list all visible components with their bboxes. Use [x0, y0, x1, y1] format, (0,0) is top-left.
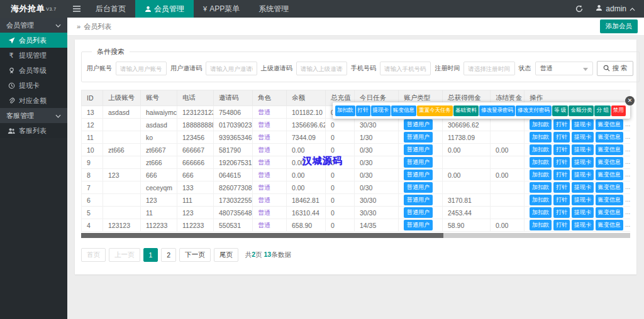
- inject-button[interactable]: 打针: [553, 132, 570, 143]
- account-change-button[interactable]: 账变信息: [596, 119, 623, 130]
- search-button[interactable]: 搜 索: [597, 61, 634, 76]
- more-actions[interactable]: ...: [625, 171, 630, 178]
- change-login-password-button[interactable]: 修改登录密码: [479, 105, 515, 116]
- account-change-button[interactable]: 账变信息: [596, 220, 623, 230]
- inject-button[interactable]: 打针: [553, 207, 570, 218]
- withdraw-card-button[interactable]: 提现卡: [572, 195, 594, 205]
- account-change-button[interactable]: 账变信息: [596, 132, 623, 143]
- withdraw-card-button[interactable]: 提现卡: [572, 157, 594, 168]
- withdraw-card-button[interactable]: 提现卡: [572, 132, 594, 143]
- reset-today-task-button[interactable]: 重置今天任务: [417, 105, 453, 116]
- add-deduct-button[interactable]: 加扣款: [530, 220, 552, 230]
- tab-home[interactable]: 后台首页: [86, 0, 135, 18]
- user-account-input[interactable]: [116, 62, 167, 75]
- inject-button[interactable]: 打针: [553, 157, 570, 168]
- inject-button[interactable]: 打针: [356, 105, 370, 116]
- level-button[interactable]: 等 级: [552, 105, 568, 116]
- account-change-button[interactable]: 账变信息: [596, 157, 623, 168]
- page-button-next[interactable]: 下一页: [179, 248, 211, 262]
- sidebar-item-withdraw-card[interactable]: 提现卡: [0, 78, 67, 93]
- sidebar-group-member-management[interactable]: 会员管理: [0, 18, 67, 33]
- basic-info-button[interactable]: 基础资料: [453, 105, 479, 116]
- page-button-page-2[interactable]: 2: [161, 248, 176, 262]
- inject-button[interactable]: 打针: [553, 144, 570, 155]
- pagination-info: 共2页 13条数据: [245, 251, 291, 259]
- menu-toggle-icon[interactable]: [67, 0, 86, 18]
- group-button[interactable]: 分 组: [594, 105, 610, 116]
- add-member-button[interactable]: 添加会员: [600, 19, 638, 33]
- account-change-button[interactable]: 账变信息: [596, 207, 623, 218]
- add-deduct-button[interactable]: 加扣款: [530, 182, 552, 193]
- account-type-button[interactable]: 普通用户: [404, 182, 433, 193]
- sidebar-item-withdraw-management[interactable]: ₹提现管理: [0, 48, 67, 63]
- withdraw-card-button[interactable]: 提现卡: [572, 220, 594, 230]
- more-actions[interactable]: ...: [625, 146, 630, 153]
- sidebar-item-member-level[interactable]: 会员等级: [0, 63, 67, 78]
- add-deduct-button[interactable]: 加扣款: [530, 144, 552, 155]
- sidebar-item-customer-service-list[interactable]: 客服列表: [0, 123, 67, 138]
- more-actions[interactable]: ...: [625, 158, 630, 165]
- account-type-button[interactable]: 普通用户: [404, 170, 433, 180]
- inject-button[interactable]: 打针: [553, 195, 570, 205]
- table-row: 4123123112233112233550531普通658.90014/35普…: [82, 219, 631, 232]
- add-deduct-button[interactable]: 加扣款: [335, 105, 355, 116]
- more-actions[interactable]: ...: [625, 221, 630, 228]
- account-change-button[interactable]: 账变信息: [596, 144, 623, 155]
- withdraw-card-button[interactable]: 提现卡: [572, 119, 594, 130]
- more-actions[interactable]: ...: [625, 133, 630, 140]
- more-actions[interactable]: ...: [625, 196, 630, 203]
- withdraw-card-button[interactable]: 提现卡: [371, 105, 391, 116]
- add-deduct-button[interactable]: 加扣款: [530, 119, 552, 130]
- sidebar-item-member-list[interactable]: 会员列表: [0, 33, 67, 48]
- tab-member-management[interactable]: 会员管理: [135, 0, 194, 18]
- tab-system-management[interactable]: 系统管理: [249, 0, 298, 18]
- user-menu[interactable]: admin: [596, 4, 635, 13]
- page-button-page-1[interactable]: 1: [143, 248, 158, 262]
- account-type-button[interactable]: 普通用户: [404, 132, 433, 143]
- more-actions[interactable]: ...: [625, 183, 630, 190]
- cell-actions: 加扣款打针提现卡账变信息...: [525, 219, 631, 232]
- change-pay-password-button[interactable]: 修改支付密码: [516, 105, 552, 116]
- account-change-button[interactable]: 账变信息: [596, 195, 623, 205]
- more-actions[interactable]: ...: [625, 208, 630, 215]
- withdraw-card-button[interactable]: 提现卡: [572, 170, 594, 180]
- inject-button[interactable]: 打针: [553, 220, 570, 230]
- horizontal-scrollbar[interactable]: [81, 233, 630, 238]
- close-icon[interactable]: ✕: [625, 96, 635, 105]
- account-change-button[interactable]: 账变信息: [596, 170, 623, 180]
- add-deduct-button[interactable]: 加扣款: [530, 170, 552, 180]
- account-type-button[interactable]: 普通用户: [404, 207, 433, 218]
- tab-label: 后台首页: [96, 4, 126, 14]
- withdraw-card-button[interactable]: 提现卡: [572, 144, 594, 155]
- add-deduct-button[interactable]: 加扣款: [530, 195, 552, 205]
- account-change-button[interactable]: 账变信息: [596, 182, 623, 193]
- phone-number-input[interactable]: [380, 62, 431, 75]
- more-actions[interactable]: ...: [625, 121, 630, 127]
- account-type-button[interactable]: 普通用户: [404, 157, 433, 168]
- add-deduct-button[interactable]: 加扣款: [530, 207, 552, 218]
- inject-button[interactable]: 打针: [553, 119, 570, 130]
- scrollbar-thumb[interactable]: [81, 233, 443, 238]
- add-deduct-button[interactable]: 加扣款: [530, 132, 552, 143]
- page-button-last[interactable]: 尾页: [214, 248, 238, 262]
- account-type-button[interactable]: 普通用户: [404, 119, 433, 130]
- tab-app-menu[interactable]: ¥APP菜单: [194, 0, 249, 18]
- account-type-button[interactable]: 普通用户: [404, 220, 433, 230]
- user-invite-code-input[interactable]: [206, 62, 257, 75]
- account-type-button[interactable]: 普通用户: [404, 144, 433, 155]
- refresh-icon[interactable]: [575, 5, 583, 13]
- disable-button[interactable]: 禁用: [611, 105, 626, 116]
- sidebar-item-corresponding-amount[interactable]: 对应金额: [0, 93, 67, 108]
- inject-button[interactable]: 打针: [553, 182, 570, 193]
- parent-invite-code-input[interactable]: [296, 62, 347, 75]
- amount-category-button[interactable]: 金额分类: [569, 105, 594, 116]
- register-time-input[interactable]: [464, 62, 514, 75]
- withdraw-card-button[interactable]: 提现卡: [572, 207, 594, 218]
- sidebar-group-customer-service-management[interactable]: 客服管理: [0, 108, 67, 123]
- account-change-button[interactable]: 账变信息: [391, 105, 416, 116]
- inject-button[interactable]: 打针: [553, 170, 570, 180]
- add-deduct-button[interactable]: 加扣款: [530, 157, 552, 168]
- withdraw-card-button[interactable]: 提现卡: [572, 182, 594, 193]
- account-type-button[interactable]: 普通用户: [404, 195, 433, 205]
- status-select[interactable]: 普通: [535, 62, 593, 75]
